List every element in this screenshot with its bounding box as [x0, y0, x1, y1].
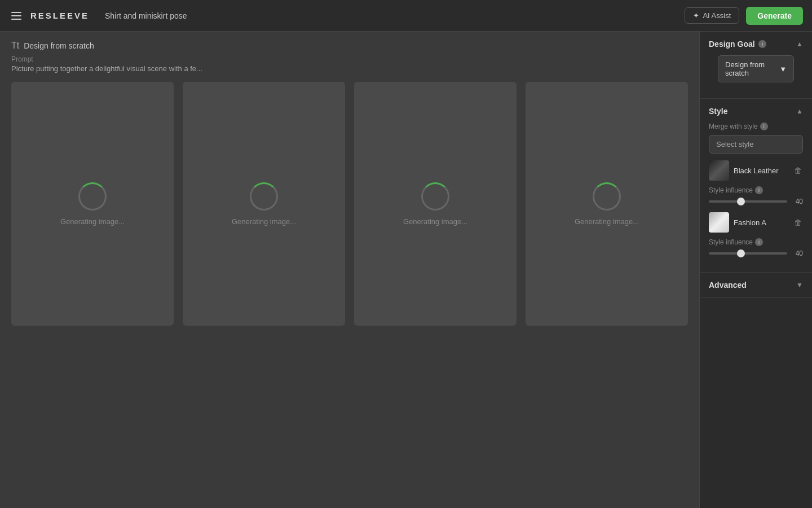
design-goal-dropdown-value: Design from scratch — [725, 60, 779, 77]
generate-button[interactable]: Generate — [746, 7, 803, 25]
slider-row-1: 40 — [709, 198, 803, 205]
page-header: Tt Design from scratch — [11, 41, 688, 51]
generating-text-1: Generating image... — [60, 217, 125, 226]
generating-text-3: Generating image... — [403, 217, 467, 226]
style-section-title: Style — [709, 107, 727, 116]
delete-black-leather-icon[interactable]: 🗑 — [793, 165, 803, 176]
design-goal-label: Design Goal — [709, 40, 755, 49]
page-title: Design from scratch — [24, 41, 94, 50]
style-section-header[interactable]: Style ▲ — [700, 99, 812, 122]
style-chevron-up-icon: ▲ — [796, 107, 803, 115]
style-label: Style — [709, 107, 727, 116]
search-container — [105, 11, 669, 21]
content-area: Tt Design from scratch Prompt Picture pu… — [0, 32, 699, 508]
style-section: Style ▲ Merge with style i Select style … — [700, 99, 812, 273]
style-thumbnail-black-leather — [709, 160, 729, 181]
style-influence-slider-2[interactable] — [709, 252, 787, 255]
advanced-chevron-down-icon: ▼ — [796, 281, 803, 289]
header-actions: ✦ AI Assist Generate — [685, 7, 803, 25]
style-influence-info-icon-2[interactable]: i — [755, 238, 763, 246]
spinner-4 — [593, 182, 621, 211]
image-card: Generating image... — [183, 82, 345, 326]
design-goal-title: Design Goal i — [709, 40, 766, 49]
ai-assist-button[interactable]: ✦ AI Assist — [685, 7, 739, 24]
spinner-2 — [250, 182, 278, 211]
style-influence-slider-1[interactable] — [709, 200, 787, 203]
prompt-text: Picture putting together a delightful vi… — [11, 64, 688, 73]
style-influence-label-2: Style influence i — [709, 238, 803, 246]
merge-with-style-label: Merge with style i — [709, 122, 803, 130]
design-goal-header[interactable]: Design Goal i ▲ — [700, 32, 812, 55]
design-icon: Tt — [11, 41, 19, 51]
style-name-fashion-a: Fashion A — [734, 218, 788, 227]
image-card: Generating image... — [11, 82, 174, 326]
advanced-section: Advanced ▼ — [700, 273, 812, 298]
search-input[interactable] — [105, 11, 669, 20]
sparkle-icon: ✦ — [693, 11, 699, 20]
design-goal-info-icon[interactable]: i — [758, 40, 766, 48]
image-grid: Generating image... Generating image... … — [11, 82, 688, 326]
select-style-dropdown[interactable]: Select style — [709, 135, 803, 154]
image-card: Generating image... — [354, 82, 517, 326]
slider-value-2: 40 — [792, 249, 803, 257]
chevron-down-icon: ▼ — [779, 65, 787, 73]
image-card: Generating image... — [526, 82, 688, 326]
menu-icon[interactable] — [9, 10, 24, 22]
prompt-label: Prompt — [11, 55, 688, 63]
design-goal-section: Design Goal i ▲ Design from scratch ▼ — [700, 32, 812, 99]
advanced-title: Advanced — [709, 281, 747, 290]
slider-value-1: 40 — [792, 198, 803, 205]
prompt-section: Prompt Picture putting together a deligh… — [11, 55, 688, 73]
design-goal-dropdown[interactable]: Design from scratch ▼ — [718, 55, 794, 82]
style-influence-info-icon-1[interactable]: i — [755, 186, 763, 194]
style-influence-fashion-a: Style influence i 40 — [709, 238, 803, 257]
spinner-1 — [78, 182, 107, 211]
style-item-fashion-a: Fashion A 🗑 — [709, 212, 803, 233]
delete-fashion-a-icon[interactable]: 🗑 — [793, 217, 803, 228]
style-name-black-leather: Black Leather — [734, 167, 788, 175]
spinner-3 — [421, 182, 449, 211]
header: RESLEEVE ✦ AI Assist Generate — [0, 0, 812, 32]
select-style-placeholder: Select style — [716, 140, 753, 148]
generating-text-4: Generating image... — [575, 217, 639, 226]
generating-text-2: Generating image... — [232, 217, 296, 226]
merge-style-info-icon[interactable]: i — [760, 122, 768, 130]
main-layout: Tt Design from scratch Prompt Picture pu… — [0, 32, 812, 508]
style-thumbnail-fashion-a — [709, 212, 729, 233]
right-panel: Design Goal i ▲ Design from scratch ▼ St… — [699, 32, 812, 508]
slider-row-2: 40 — [709, 249, 803, 257]
style-influence-black-leather: Style influence i 40 — [709, 186, 803, 205]
design-goal-chevron-up-icon: ▲ — [796, 40, 803, 48]
style-item-black-leather: Black Leather 🗑 — [709, 160, 803, 181]
advanced-section-header[interactable]: Advanced ▼ — [700, 273, 812, 297]
style-section-content: Merge with style i Select style Black Le… — [700, 122, 812, 272]
style-influence-label-1: Style influence i — [709, 186, 803, 194]
ai-assist-label: AI Assist — [703, 11, 731, 20]
logo: RESLEEVE — [30, 11, 89, 20]
